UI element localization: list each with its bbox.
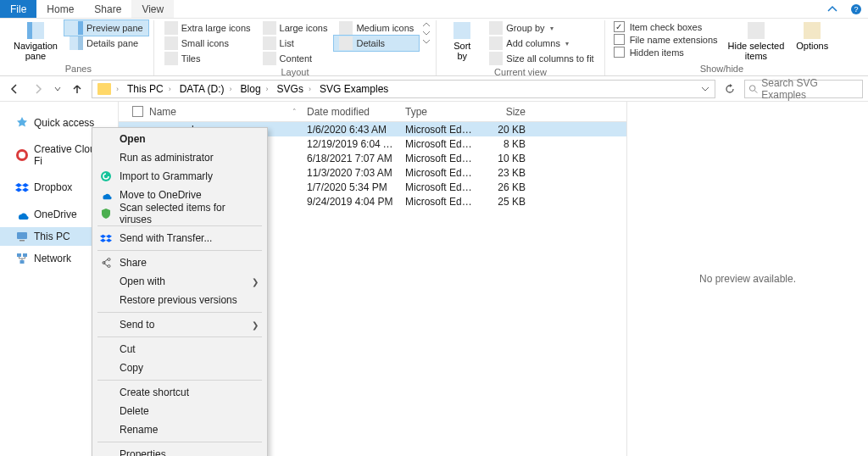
context-delete[interactable]: Delete bbox=[92, 402, 267, 420]
context-item-label: Move to OneDrive bbox=[120, 189, 259, 201]
context-cut[interactable]: Cut bbox=[92, 340, 267, 359]
blank-icon bbox=[99, 386, 113, 399]
crumb-this-pc[interactable]: This PC› bbox=[124, 81, 176, 97]
navigation-pane-button[interactable]: Navigation pane bbox=[8, 20, 63, 63]
layout-medium-icons[interactable]: Medium icons bbox=[334, 20, 419, 36]
refresh-button[interactable] bbox=[721, 80, 739, 98]
crumb-blog[interactable]: Blog› bbox=[237, 81, 274, 97]
column-header-size[interactable]: Size bbox=[481, 106, 531, 118]
context-open-with[interactable]: Open with❯ bbox=[92, 272, 267, 291]
file-type: Microsoft Edge HT... bbox=[400, 167, 481, 179]
content-icon bbox=[263, 52, 276, 65]
nav-item-label: OneDrive bbox=[34, 209, 77, 220]
shield-icon bbox=[99, 207, 113, 220]
context-item-label: Open bbox=[120, 133, 259, 145]
nav-item-label: Quick access bbox=[34, 117, 94, 129]
options-button[interactable]: Options bbox=[791, 20, 833, 53]
blank-icon bbox=[99, 361, 113, 375]
list-icon bbox=[263, 36, 276, 50]
file-type: Microsoft Edge HT... bbox=[400, 124, 481, 136]
layout-scroll-up-icon[interactable] bbox=[422, 20, 431, 29]
context-rename[interactable]: Rename bbox=[92, 420, 267, 439]
file-date: 11/3/2020 7:03 AM bbox=[302, 167, 400, 179]
layout-list[interactable]: List bbox=[258, 36, 333, 51]
tab-share[interactable]: Share bbox=[84, 0, 131, 18]
recent-locations-button[interactable] bbox=[53, 80, 63, 98]
select-all-checkbox[interactable] bbox=[132, 106, 143, 117]
layout-details[interactable]: Details bbox=[334, 36, 419, 51]
context-create-shortcut[interactable]: Create shortcut bbox=[92, 383, 267, 402]
details-pane-icon bbox=[70, 36, 83, 50]
tab-home[interactable]: Home bbox=[36, 0, 84, 18]
context-run-as-administrator[interactable]: Run as administrator bbox=[92, 148, 267, 167]
up-button[interactable] bbox=[68, 80, 86, 98]
context-copy[interactable]: Copy bbox=[92, 359, 267, 377]
details-pane-button[interactable]: Details pane bbox=[64, 36, 148, 51]
crumb-data-d[interactable]: DATA (D:)› bbox=[176, 81, 237, 97]
column-header-date[interactable]: Date modified bbox=[302, 106, 400, 118]
context-item-label: Copy bbox=[120, 362, 259, 374]
grammarly-icon bbox=[99, 170, 113, 183]
layout-scroll-down-icon[interactable] bbox=[422, 29, 431, 37]
svg-point-11 bbox=[101, 171, 111, 181]
lg-icons-icon bbox=[263, 21, 276, 35]
sort-by-button[interactable]: Sort by bbox=[442, 20, 482, 63]
file-type: Microsoft Edge HT... bbox=[400, 138, 481, 150]
breadcrumb[interactable]: › This PC› DATA (D:)› Blog› SVGs› SVG Ex… bbox=[92, 80, 715, 98]
search-input[interactable]: Search SVG Examples bbox=[744, 80, 863, 98]
ribbon-group-current-view-label: Current view bbox=[442, 66, 598, 79]
hide-selected-items-button[interactable]: Hide selected items bbox=[723, 20, 790, 63]
layout-tiles[interactable]: Tiles bbox=[159, 51, 256, 66]
navigation-pane-label: Navigation pane bbox=[14, 41, 58, 61]
forward-button[interactable] bbox=[29, 80, 47, 98]
context-share[interactable]: Share bbox=[92, 253, 267, 272]
crumb-svg-examples[interactable]: SVG Examples bbox=[316, 81, 392, 97]
address-dropdown-icon[interactable] bbox=[696, 80, 715, 98]
layout-content[interactable]: Content bbox=[258, 51, 333, 66]
context-restore-previous-versions[interactable]: Restore previous versions bbox=[92, 291, 267, 309]
svg-rect-6 bbox=[17, 232, 27, 239]
column-header-name[interactable]: Name˄ bbox=[144, 106, 302, 118]
preview-pane-button[interactable]: Preview pane bbox=[64, 20, 148, 36]
item-check-boxes-toggle[interactable]: ✓Item check boxes bbox=[610, 20, 721, 33]
size-columns-button[interactable]: Size all columns to fit bbox=[484, 51, 598, 66]
context-send-to[interactable]: Send to❯ bbox=[92, 315, 267, 334]
tab-file[interactable]: File bbox=[0, 0, 36, 18]
layout-more-icon[interactable] bbox=[422, 37, 431, 46]
file-size: 25 KB bbox=[481, 196, 531, 208]
context-item-label: Properties bbox=[120, 448, 259, 456]
svg-line-3 bbox=[754, 90, 757, 92]
context-import-to-grammarly[interactable]: Import to Grammarly bbox=[92, 167, 267, 186]
search-icon bbox=[748, 84, 758, 94]
back-button[interactable] bbox=[5, 80, 24, 98]
help-icon[interactable]: ? bbox=[844, 0, 868, 18]
svg-point-2 bbox=[749, 85, 755, 91]
layout-small-icons[interactable]: Small icons bbox=[159, 36, 256, 51]
layout-large-icons[interactable]: Large icons bbox=[258, 20, 333, 36]
group-by-button[interactable]: Group by▾ bbox=[484, 20, 598, 36]
preview-text: No preview available. bbox=[699, 273, 796, 285]
group-by-icon bbox=[489, 21, 503, 35]
chevron-right-icon: ❯ bbox=[252, 277, 259, 286]
context-item-label: Restore previous versions bbox=[120, 294, 259, 306]
context-properties[interactable]: Properties bbox=[92, 445, 267, 456]
title-tabs: File Home Share View ? bbox=[0, 0, 868, 19]
tab-view[interactable]: View bbox=[131, 0, 174, 18]
svg-rect-7 bbox=[19, 240, 25, 242]
add-columns-button[interactable]: Add columns▾ bbox=[484, 36, 598, 51]
context-open[interactable]: Open bbox=[92, 130, 267, 148]
file-type: Microsoft Edge HT... bbox=[400, 153, 481, 164]
ribbon-group-layout-label: Layout bbox=[159, 66, 431, 79]
crumb-svgs[interactable]: SVGs› bbox=[274, 81, 316, 97]
layout-extra-large-icons[interactable]: Extra large icons bbox=[159, 20, 256, 36]
hidden-items-toggle[interactable]: Hidden items bbox=[610, 46, 721, 58]
context-scan-selected-items-for-viruses[interactable]: Scan selected items for viruses bbox=[92, 204, 267, 223]
column-header-type[interactable]: Type bbox=[400, 106, 481, 118]
svg-rect-9 bbox=[23, 253, 27, 257]
context-item-label: Send to bbox=[120, 319, 245, 331]
add-columns-icon bbox=[489, 36, 503, 50]
tiles-icon bbox=[164, 52, 178, 65]
context-send-with-transfer[interactable]: Send with Transfer... bbox=[92, 229, 267, 247]
file-name-extensions-toggle[interactable]: File name extensions bbox=[610, 33, 721, 46]
ribbon-collapse-icon[interactable] bbox=[821, 0, 844, 18]
